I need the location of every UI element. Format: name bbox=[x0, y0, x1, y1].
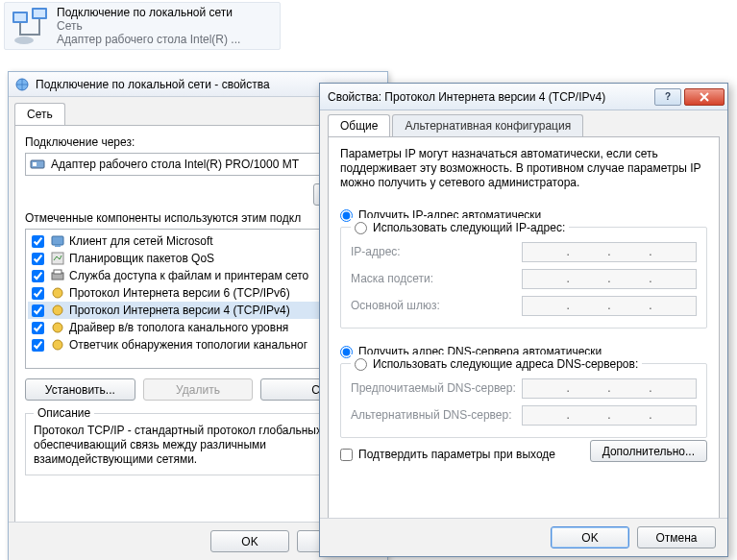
ok-button[interactable]: OK bbox=[210, 530, 289, 552]
svg-rect-12 bbox=[54, 270, 61, 274]
component-row[interactable]: Планировщик пакетов QoS bbox=[28, 250, 368, 267]
driver-icon bbox=[50, 320, 65, 335]
component-checkbox[interactable] bbox=[32, 322, 44, 334]
component-checkbox[interactable] bbox=[32, 253, 44, 265]
adapter-name-text: Адаптер рабочего стола Intel(R) PRO/1000… bbox=[51, 158, 299, 171]
gateway-input: ... bbox=[522, 296, 697, 316]
connection-list-item[interactable]: Подключение по локальной сети Сеть Адапт… bbox=[4, 2, 281, 50]
mask-label: Маска подсети: bbox=[351, 272, 522, 285]
intro-text: Параметры IP могут назначаться автоматич… bbox=[340, 147, 707, 190]
advanced-button[interactable]: Дополнительно... bbox=[590, 440, 707, 462]
component-row[interactable]: Служба доступа к файлам и принтерам сето bbox=[28, 267, 368, 284]
connection-adapter: Адаптер рабочего стола Intel(R) ... bbox=[57, 33, 240, 46]
tab-general[interactable]: Общие bbox=[328, 114, 390, 136]
client-icon bbox=[50, 233, 65, 249]
svg-point-4 bbox=[14, 37, 34, 44]
install-button[interactable]: Установить... bbox=[25, 378, 135, 401]
ip-label: IP-адрес: bbox=[351, 245, 522, 258]
radio-dns-manual[interactable] bbox=[355, 358, 367, 371]
ipv4-properties-window: Свойства: Протокол Интернета версии 4 (T… bbox=[319, 83, 728, 557]
component-label: Служба доступа к файлам и принтерам сето bbox=[69, 269, 308, 282]
svg-point-16 bbox=[53, 340, 62, 350]
component-row[interactable]: Драйвер в/в тополога канального уровня bbox=[28, 319, 368, 336]
connection-item-text: Подключение по локальной сети Сеть Адапт… bbox=[57, 6, 240, 46]
uninstall-button: Удалить bbox=[143, 378, 254, 401]
ip-address-input: ... bbox=[522, 242, 697, 262]
window-title: Подключение по локальной сети - свойства bbox=[36, 78, 270, 91]
component-label: Клиент для сетей Microsoft bbox=[69, 234, 213, 248]
connection-title: Подключение по локальной сети bbox=[57, 6, 240, 19]
help-button[interactable]: ? bbox=[654, 88, 681, 106]
svg-point-13 bbox=[53, 288, 62, 298]
description-text: Протокол TCP/IP - стандартный протокол г… bbox=[34, 424, 362, 467]
svg-rect-8 bbox=[52, 236, 63, 245]
svg-point-15 bbox=[53, 323, 62, 332]
dns-pref-label: Предпочитаемый DNS-сервер: bbox=[351, 381, 522, 395]
svg-rect-10 bbox=[52, 253, 63, 264]
protocol-icon bbox=[50, 303, 65, 318]
responder-icon bbox=[50, 337, 65, 353]
adapter-icon bbox=[30, 157, 45, 172]
radio-ip-manual-label: Использовать следующий IP-адрес: bbox=[373, 221, 565, 234]
component-label: Драйвер в/в тополога канального уровня bbox=[69, 321, 288, 334]
component-row[interactable]: Протокол Интернета версии 6 (TCP/IPv6) bbox=[28, 284, 368, 302]
svg-point-14 bbox=[53, 305, 62, 315]
qos-icon bbox=[50, 251, 65, 266]
cancel-button[interactable]: Отмена bbox=[637, 526, 716, 548]
radio-ip-manual[interactable] bbox=[355, 222, 367, 234]
tab-panel-general: Параметры IP могут назначаться автоматич… bbox=[328, 136, 720, 530]
tabstrip: Общие Альтернативная конфигурация bbox=[328, 114, 720, 136]
network-icon bbox=[14, 77, 30, 92]
validate-on-exit-label: Подтвердить параметры при выходе bbox=[358, 448, 555, 461]
dns-manual-group: Использовать следующие адреса DNS-сервер… bbox=[340, 363, 707, 438]
dns-alternate-input: ... bbox=[522, 405, 697, 426]
component-checkbox[interactable] bbox=[32, 304, 44, 317]
component-checkbox[interactable] bbox=[32, 339, 44, 352]
ok-button[interactable]: OK bbox=[551, 526, 629, 548]
validate-on-exit-checkbox[interactable] bbox=[340, 449, 353, 461]
component-label: Планировщик пакетов QoS bbox=[69, 252, 214, 265]
component-row[interactable]: Клиент для сетей Microsoft bbox=[28, 232, 368, 250]
component-label: Протокол Интернета версии 6 (TCP/IPv6) bbox=[69, 286, 290, 300]
file-print-icon bbox=[50, 268, 65, 283]
connection-network: Сеть bbox=[57, 19, 240, 33]
component-checkbox[interactable] bbox=[32, 270, 44, 282]
dialog-button-bar: OK Отмена bbox=[320, 518, 727, 556]
component-row-selected[interactable]: Протокол Интернета версии 4 (TCP/IPv4) bbox=[28, 302, 368, 319]
subnet-mask-input: ... bbox=[522, 269, 697, 289]
svg-rect-7 bbox=[33, 162, 37, 166]
svg-rect-9 bbox=[55, 245, 61, 247]
window-buttons: ? bbox=[654, 88, 727, 106]
dns-preferred-input: ... bbox=[522, 378, 697, 399]
ip-manual-group: Использовать следующий IP-адрес: IP-адре… bbox=[340, 227, 707, 329]
tab-network[interactable]: Сеть bbox=[14, 103, 65, 125]
component-label: Ответчик обнаружения топологии канальног bbox=[69, 338, 307, 352]
network-adapter-icon bbox=[11, 6, 51, 46]
window-title: Свойства: Протокол Интернета версии 4 (T… bbox=[328, 90, 605, 104]
description-legend: Описание bbox=[34, 406, 94, 420]
svg-rect-3 bbox=[34, 10, 45, 17]
tab-alt-config[interactable]: Альтернативная конфигурация bbox=[392, 114, 583, 136]
protocol-icon bbox=[50, 285, 65, 301]
component-checkbox[interactable] bbox=[32, 287, 44, 300]
radio-dns-manual-label: Использовать следующие адреса DNS-сервер… bbox=[373, 357, 638, 371]
component-row[interactable]: Ответчик обнаружения топологии канальног bbox=[28, 336, 368, 353]
titlebar[interactable]: Свойства: Протокол Интернета версии 4 (T… bbox=[320, 84, 727, 110]
close-button[interactable] bbox=[684, 88, 725, 106]
component-checkbox[interactable] bbox=[32, 235, 44, 248]
dns-alt-label: Альтернативный DNS-сервер: bbox=[351, 408, 522, 422]
svg-rect-1 bbox=[14, 13, 26, 21]
gateway-label: Основной шлюз: bbox=[351, 299, 522, 312]
component-label: Протокол Интернета версии 4 (TCP/IPv4) bbox=[69, 304, 290, 317]
